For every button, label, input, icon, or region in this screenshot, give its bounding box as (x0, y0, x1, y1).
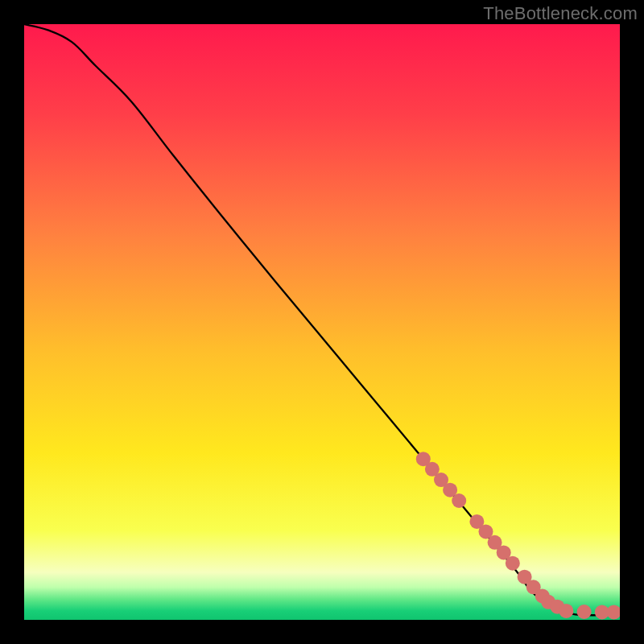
credit-watermark: TheBottleneck.com (483, 3, 638, 24)
optimal-green-band (24, 572, 620, 620)
chart-frame: TheBottleneck.com (0, 0, 644, 644)
plot-area (24, 24, 620, 620)
heat-gradient-background (24, 24, 620, 620)
